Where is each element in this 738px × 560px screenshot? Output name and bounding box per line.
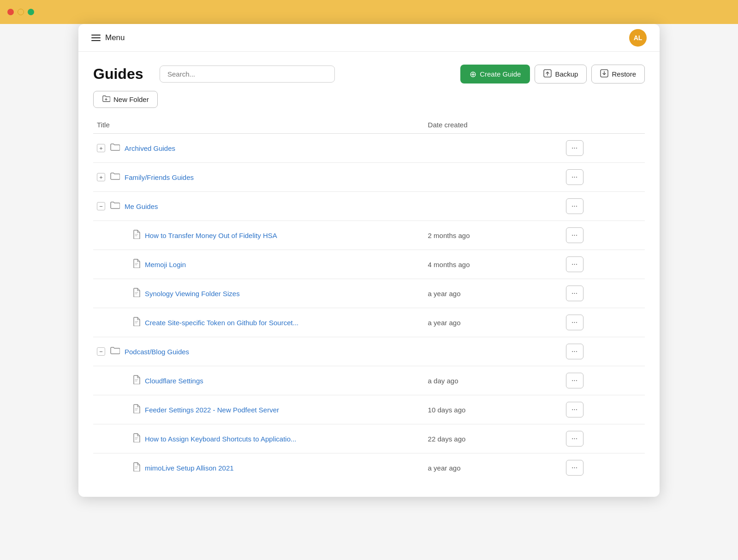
col-title: Title xyxy=(93,116,424,134)
more-options-button[interactable]: ··· xyxy=(566,402,583,417)
table-row: − Podcast/Blog Guides··· xyxy=(93,337,645,366)
plus-circle-icon: ⊕ xyxy=(470,69,476,79)
menu-label: Menu xyxy=(105,33,125,42)
hamburger-icon xyxy=(91,35,101,41)
collapse-icon[interactable]: − xyxy=(97,347,105,356)
action-cell: ··· xyxy=(562,424,645,453)
action-cell: ··· xyxy=(562,366,645,395)
title-cell: − Podcast/Blog Guides xyxy=(93,337,424,366)
more-options-button[interactable]: ··· xyxy=(566,286,583,301)
action-cell: ··· xyxy=(562,163,645,192)
row-title-link[interactable]: Memoji Login xyxy=(145,261,186,268)
action-cell: ··· xyxy=(562,250,645,279)
col-action xyxy=(562,116,645,134)
row-title-link[interactable]: Feeder Settings 2022 - New Podfeet Serve… xyxy=(145,406,279,414)
table-row: How to Transfer Money Out of Fidelity HS… xyxy=(93,221,645,250)
row-title-link[interactable]: How to Transfer Money Out of Fidelity HS… xyxy=(145,232,277,239)
col-date: Date created xyxy=(424,116,562,134)
folder-icon xyxy=(110,143,120,154)
restore-icon xyxy=(600,69,608,79)
row-title-link[interactable]: Synology Viewing Folder Sizes xyxy=(145,290,240,298)
more-options-button[interactable]: ··· xyxy=(566,140,583,156)
new-folder-label: New Folder xyxy=(113,95,149,103)
date-cell xyxy=(424,192,562,221)
doc-icon xyxy=(133,375,140,386)
title-cell: − Me Guides xyxy=(93,192,424,221)
table-row: Synology Viewing Folder Sizesa year ago·… xyxy=(93,279,645,308)
folder-icon xyxy=(110,172,120,183)
row-title-link[interactable]: Cloudflare Settings xyxy=(145,377,203,385)
maximize-button[interactable] xyxy=(28,9,34,15)
date-cell: 10 days ago xyxy=(424,395,562,424)
menu-button[interactable]: Menu xyxy=(91,33,125,42)
doc-icon xyxy=(133,404,140,415)
action-cell: ··· xyxy=(562,395,645,424)
table-row: + Archived Guides··· xyxy=(93,134,645,163)
table-row: mimoLive Setup Allison 2021a year ago··· xyxy=(93,453,645,483)
more-options-button[interactable]: ··· xyxy=(566,373,583,388)
backup-icon xyxy=(543,69,552,79)
create-guide-button[interactable]: ⊕ Create Guide xyxy=(460,65,530,83)
date-cell xyxy=(424,337,562,366)
more-options-button[interactable]: ··· xyxy=(566,169,583,185)
doc-icon xyxy=(133,230,140,241)
expand-icon[interactable]: + xyxy=(97,144,105,152)
date-cell: 4 months ago xyxy=(424,250,562,279)
table-row: − Me Guides··· xyxy=(93,192,645,221)
table-row: How to Assign Keyboard Shortcuts to Appl… xyxy=(93,424,645,453)
row-title-link[interactable]: Family/Friends Guides xyxy=(125,173,194,181)
doc-icon xyxy=(133,433,140,444)
search-bar xyxy=(160,66,335,83)
date-cell: a year ago xyxy=(424,308,562,337)
more-options-button[interactable]: ··· xyxy=(566,460,583,476)
action-cell: ··· xyxy=(562,453,645,483)
row-title-link[interactable]: Podcast/Blog Guides xyxy=(125,348,189,356)
doc-icon xyxy=(133,317,140,328)
doc-icon xyxy=(133,259,140,270)
table-header: Title Date created xyxy=(93,116,645,134)
new-folder-button[interactable]: New Folder xyxy=(93,91,158,108)
table-row: Cloudflare Settingsa day ago··· xyxy=(93,366,645,395)
date-cell: a day ago xyxy=(424,366,562,395)
avatar[interactable]: AL xyxy=(629,29,647,47)
action-cell: ··· xyxy=(562,337,645,366)
more-options-button[interactable]: ··· xyxy=(566,344,583,359)
row-title-link[interactable]: Me Guides xyxy=(125,203,158,210)
title-cell: + Family/Friends Guides xyxy=(93,163,424,192)
table-row: Create Site-specific Token on Github for… xyxy=(93,308,645,337)
folder-icon xyxy=(110,201,120,212)
date-cell: 22 days ago xyxy=(424,424,562,453)
minimize-button[interactable] xyxy=(18,9,24,15)
collapse-icon[interactable]: − xyxy=(97,202,105,210)
date-cell xyxy=(424,134,562,163)
more-options-button[interactable]: ··· xyxy=(566,256,583,272)
restore-button[interactable]: Restore xyxy=(591,65,645,83)
row-title-link[interactable]: Archived Guides xyxy=(125,144,175,152)
table-row: Memoji Login4 months ago··· xyxy=(93,250,645,279)
action-cell: ··· xyxy=(562,279,645,308)
table-row: Feeder Settings 2022 - New Podfeet Serve… xyxy=(93,395,645,424)
more-options-button[interactable]: ··· xyxy=(566,198,583,214)
title-cell: Synology Viewing Folder Sizes xyxy=(93,279,424,308)
date-cell xyxy=(424,163,562,192)
row-title-link[interactable]: mimoLive Setup Allison 2021 xyxy=(145,464,234,472)
backup-button[interactable]: Backup xyxy=(535,65,587,83)
doc-icon xyxy=(133,462,140,473)
close-button[interactable] xyxy=(7,9,14,15)
content-area: Guides ⊕ Create Guide xyxy=(78,52,660,497)
table-row: + Family/Friends Guides··· xyxy=(93,163,645,192)
more-options-button[interactable]: ··· xyxy=(566,431,583,447)
row-title-link[interactable]: How to Assign Keyboard Shortcuts to Appl… xyxy=(145,435,297,443)
date-cell: 2 months ago xyxy=(424,221,562,250)
title-cell: Feeder Settings 2022 - New Podfeet Serve… xyxy=(93,395,424,424)
doc-icon xyxy=(133,288,140,299)
app-window: Menu AL Guides ⊕ Create Guide xyxy=(78,24,660,497)
more-options-button[interactable]: ··· xyxy=(566,315,583,330)
search-input[interactable] xyxy=(160,66,335,83)
title-cell: mimoLive Setup Allison 2021 xyxy=(93,453,424,483)
more-options-button[interactable]: ··· xyxy=(566,227,583,243)
title-cell: Create Site-specific Token on Github for… xyxy=(93,308,424,337)
expand-icon[interactable]: + xyxy=(97,173,105,181)
page-title: Guides xyxy=(93,66,149,83)
row-title-link[interactable]: Create Site-specific Token on Github for… xyxy=(145,319,298,327)
